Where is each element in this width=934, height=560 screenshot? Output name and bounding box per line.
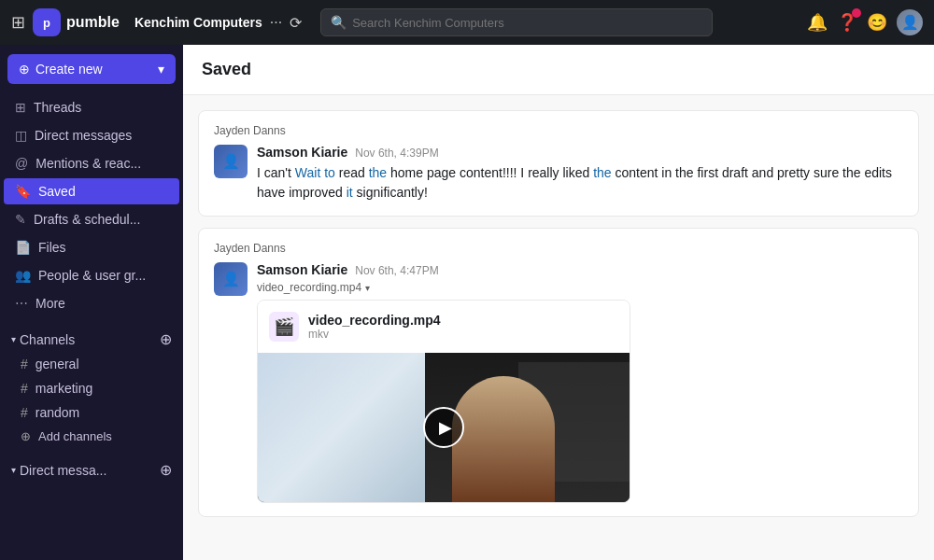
search-input[interactable]: [352, 16, 702, 30]
sidebar-item-more[interactable]: ⋯ More: [4, 290, 179, 316]
drafts-label: Drafts & schedul...: [34, 212, 140, 227]
bell-icon[interactable]: 🔔: [807, 12, 828, 33]
add-channel-icon[interactable]: ⊕: [160, 330, 172, 348]
dm-collapse-icon: ▾: [11, 465, 16, 475]
people-icon: 👥: [15, 268, 31, 283]
message-content-2: Samson Kiarie Nov 6th, 4:47PM video_reco…: [257, 262, 903, 503]
direct-messages-label: Direct messages: [35, 128, 132, 143]
user-avatar[interactable]: 👤: [897, 9, 923, 35]
emoji-icon[interactable]: 😊: [867, 12, 887, 33]
video-attachment[interactable]: 🎬 video_recording.mp4 mkv: [257, 300, 630, 503]
dropdown-arrow-icon[interactable]: ▾: [365, 283, 370, 293]
mentions-label: Mentions & reac...: [35, 156, 141, 171]
channel-random-label: random: [35, 405, 79, 420]
files-icon: 📄: [15, 240, 31, 255]
add-channel-item[interactable]: ⊕ Add channels: [0, 425, 183, 448]
dm-section-label: Direct messa...: [20, 463, 106, 478]
sidebar-item-threads[interactable]: ⊞ Threads: [4, 94, 179, 120]
create-new-button[interactable]: ⊕ Create new ▾: [7, 54, 176, 84]
attachment-filename: video_recording.mp4: [257, 281, 361, 294]
sidebar: ⊕ Create new ▾ ⊞ Threads ◫ Direct messag…: [0, 45, 183, 560]
direct-messages-icon: ◫: [15, 128, 27, 143]
message-author-1: Samson Kiarie: [257, 145, 347, 160]
channels-section-label: Channels: [20, 332, 75, 347]
saved-icon: 🔖: [15, 184, 31, 199]
channel-item-marketing[interactable]: # marketing: [0, 376, 183, 400]
page-title: Saved: [202, 60, 915, 79]
people-label: People & user gr...: [38, 268, 146, 283]
highlight-1a: Wait to: [295, 165, 335, 180]
person-figure: [452, 376, 555, 502]
channel-item-random[interactable]: # random: [0, 400, 183, 425]
more-icon: ⋯: [15, 296, 28, 311]
channels-collapse-icon: ▾: [11, 334, 16, 344]
hash-icon: #: [21, 405, 28, 420]
search-bar[interactable]: 🔍: [320, 8, 713, 36]
messages-area: Jayden Danns 👤 Samson Kiarie Nov 6th, 4:…: [183, 95, 934, 560]
video-filename: video_recording.mp4: [308, 313, 441, 328]
add-channel-plus-icon: ⊕: [21, 429, 31, 443]
channels-section-header[interactable]: ▾ Channels ⊕: [0, 321, 183, 352]
direct-messages-section-header[interactable]: ▾ Direct messa... ⊕: [0, 452, 183, 483]
sidebar-item-direct-messages[interactable]: ◫ Direct messages: [4, 122, 179, 148]
app-name: pumble: [66, 14, 120, 31]
workspace-name[interactable]: Kenchim Computers: [134, 15, 262, 30]
saved-label: Saved: [38, 184, 76, 199]
plus-icon: ⊕: [19, 62, 30, 77]
message-body-2: 👤 Samson Kiarie Nov 6th, 4:47PM video_re…: [214, 262, 903, 503]
drafts-icon: ✎: [15, 212, 26, 227]
content-area: Saved Jayden Danns 👤 Samson Kiarie Nov 6…: [183, 45, 934, 560]
threads-icon: ⊞: [15, 100, 26, 115]
sidebar-item-files[interactable]: 📄 Files: [4, 234, 179, 260]
message-body-1: 👤 Samson Kiarie Nov 6th, 4:39PM I can't …: [214, 145, 903, 203]
notif-badge: [852, 8, 861, 18]
topbar: ⊞ p pumble Kenchim Computers ··· ⟳ 🔍 🔔 ❓…: [0, 0, 934, 45]
history-icon[interactable]: ⟳: [290, 14, 302, 32]
sender-label-2: Jayden Danns: [214, 242, 903, 255]
message-author-2: Samson Kiarie: [257, 262, 347, 277]
sender-label-1: Jayden Danns: [214, 124, 903, 137]
hash-icon: #: [21, 357, 28, 371]
video-type: mkv: [308, 328, 441, 341]
message-header-2: Samson Kiarie Nov 6th, 4:47PM: [257, 262, 903, 277]
add-channel-label: Add channels: [38, 429, 112, 443]
attachment-label: video_recording.mp4 ▾: [257, 281, 903, 294]
topbar-right: 🔔 ❓ 😊 👤: [807, 9, 923, 35]
threads-label: Threads: [34, 100, 81, 115]
help-icon[interactable]: ❓: [837, 12, 857, 33]
highlight-1d: it: [347, 185, 353, 200]
play-button[interactable]: ▶: [423, 407, 464, 448]
grid-icon[interactable]: ⊞: [11, 12, 25, 33]
video-thumbnail[interactable]: ▶: [258, 353, 630, 502]
message-content-1: Samson Kiarie Nov 6th, 4:39PM I can't Wa…: [257, 145, 903, 203]
channel-item-general[interactable]: # general: [0, 352, 183, 376]
main-layout: ⊕ Create new ▾ ⊞ Threads ◫ Direct messag…: [0, 45, 934, 560]
message-text-1: I can't Wait to read the home page conte…: [257, 163, 903, 203]
highlight-1c: the: [593, 165, 611, 180]
channel-general-label: general: [35, 357, 79, 371]
channel-marketing-label: marketing: [35, 381, 92, 396]
create-new-label: Create new: [35, 62, 103, 77]
files-label: Files: [38, 240, 66, 255]
content-header: Saved: [183, 45, 934, 95]
video-header: 🎬 video_recording.mp4 mkv: [258, 301, 630, 353]
chevron-down-icon: ▾: [158, 62, 164, 77]
play-icon: ▶: [439, 417, 452, 438]
sidebar-item-people[interactable]: 👥 People & user gr...: [4, 262, 179, 288]
hash-icon: #: [21, 381, 28, 396]
avatar-1: 👤: [214, 145, 248, 178]
add-dm-icon[interactable]: ⊕: [160, 461, 172, 479]
sidebar-item-saved[interactable]: 🔖 Saved: [4, 178, 179, 204]
mentions-icon: @: [15, 156, 28, 171]
video-info: video_recording.mp4 mkv: [308, 313, 441, 341]
message-time-1: Nov 6th, 4:39PM: [355, 147, 438, 160]
workspace-dots[interactable]: ···: [270, 14, 282, 31]
message-card-1: Jayden Danns 👤 Samson Kiarie Nov 6th, 4:…: [198, 110, 919, 217]
sidebar-item-drafts[interactable]: ✎ Drafts & schedul...: [4, 206, 179, 232]
logo: p pumble: [33, 8, 120, 36]
message-time-2: Nov 6th, 4:47PM: [355, 264, 438, 277]
video-icon: 🎬: [269, 312, 299, 342]
sidebar-item-mentions[interactable]: @ Mentions & reac...: [4, 150, 179, 176]
more-label: More: [35, 296, 65, 311]
avatar-2: 👤: [214, 262, 248, 296]
